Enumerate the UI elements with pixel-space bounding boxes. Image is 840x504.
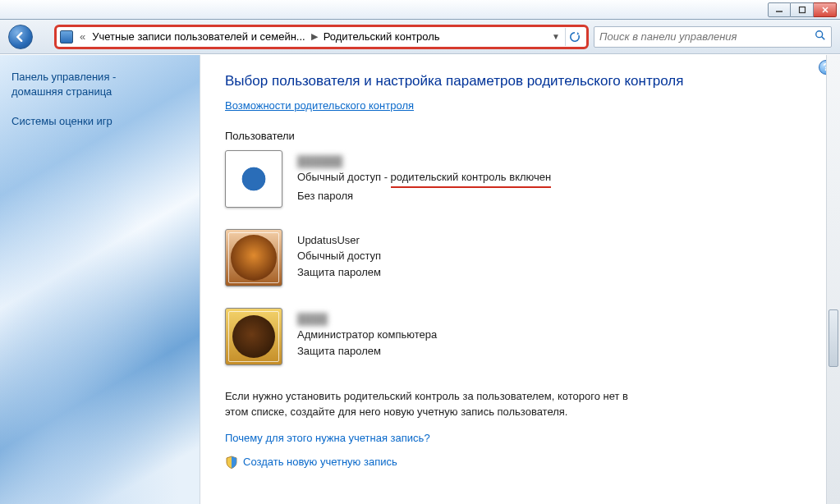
users-section-label: Пользователи xyxy=(225,130,815,142)
user-row[interactable]: UpdatusUser Обычный доступ Защита пароле… xyxy=(225,229,815,286)
scrollbar-thumb[interactable] xyxy=(829,309,838,367)
user-name-redacted: ██████ xyxy=(297,153,551,170)
nav-back-forward xyxy=(8,25,49,49)
user-access: Обычный доступ xyxy=(297,248,381,264)
maximize-button[interactable] xyxy=(791,2,814,17)
close-button[interactable] xyxy=(814,2,837,17)
page-title: Выбор пользователя и настройка параметро… xyxy=(225,71,815,91)
user-row[interactable]: ██████ Обычный доступ - родительский кон… xyxy=(225,150,815,208)
breadcrumb-segment-1[interactable]: Учетные записи пользователей и семейн... xyxy=(92,30,305,43)
address-bar[interactable]: « Учетные записи пользователей и семейн.… xyxy=(54,25,589,49)
shield-icon xyxy=(225,456,238,469)
sidebar: Панель управления - домашняя страница Си… xyxy=(0,55,200,504)
pc-separator: - xyxy=(381,171,391,183)
user-access: Администратор компьютера xyxy=(297,327,437,343)
back-button[interactable] xyxy=(8,25,33,49)
svg-point-4 xyxy=(816,31,823,38)
user-password: Защита паролем xyxy=(297,343,437,360)
why-account-link[interactable]: Почему для этого нужна учетная запись? xyxy=(225,432,815,444)
address-dropdown-icon[interactable]: ▼ xyxy=(550,32,562,41)
navigation-bar: « Учетные записи пользователей и семейн.… xyxy=(0,20,840,54)
breadcrumb-prefix: « xyxy=(76,30,89,43)
address-actions: ▼ xyxy=(550,28,583,46)
sidebar-home-link[interactable]: Панель управления - домашняя страница xyxy=(11,70,188,99)
search-icon[interactable] xyxy=(815,30,826,44)
control-panel-icon xyxy=(60,30,73,44)
chevron-right-icon: ▶ xyxy=(309,31,320,42)
capabilities-link[interactable]: Возможности родительского контроля xyxy=(225,99,414,112)
avatar xyxy=(225,308,282,365)
user-info: ██████ Обычный доступ - родительский кон… xyxy=(297,150,551,204)
search-box[interactable] xyxy=(594,26,832,48)
sidebar-home-line2: домашняя страница xyxy=(11,85,188,99)
user-password: Без пароля xyxy=(297,188,551,204)
user-access: Обычный доступ xyxy=(297,171,381,183)
sidebar-home-line1: Панель управления - xyxy=(11,70,188,85)
user-row[interactable]: ████ Администратор компьютера Защита пар… xyxy=(225,308,815,365)
users-list: ██████ Обычный доступ - родительский кон… xyxy=(225,150,815,365)
user-info: UpdatusUser Обычный доступ Защита пароле… xyxy=(297,229,381,281)
create-account-link[interactable]: Создать новую учетную запись xyxy=(225,456,815,469)
main-area: Панель управления - домашняя страница Си… xyxy=(0,54,840,504)
content-panel: ? Выбор пользователя и настройка парамет… xyxy=(200,55,840,504)
avatar xyxy=(225,150,282,208)
window-buttons xyxy=(768,2,837,17)
user-password: Защита паролем xyxy=(297,264,381,281)
instruction-text: Если нужно установить родительский контр… xyxy=(225,388,652,420)
create-account-label: Создать новую учетную запись xyxy=(243,456,397,468)
search-input[interactable] xyxy=(599,30,815,43)
svg-rect-1 xyxy=(799,7,805,12)
user-info: ████ Администратор компьютера Защита пар… xyxy=(297,308,437,360)
parental-control-status: родительский контроль включен xyxy=(391,169,552,188)
user-name: UpdatusUser xyxy=(297,232,381,249)
refresh-button[interactable] xyxy=(565,28,583,46)
user-name-redacted: ████ xyxy=(297,311,437,328)
scrollbar[interactable] xyxy=(826,55,840,504)
sidebar-ratings-link[interactable]: Системы оценки игр xyxy=(11,114,188,129)
minimize-button[interactable] xyxy=(768,2,791,17)
avatar xyxy=(225,229,282,286)
breadcrumb-segment-2[interactable]: Родительский контроль xyxy=(324,30,440,43)
svg-line-5 xyxy=(822,37,825,40)
window-title-bar xyxy=(0,0,840,20)
